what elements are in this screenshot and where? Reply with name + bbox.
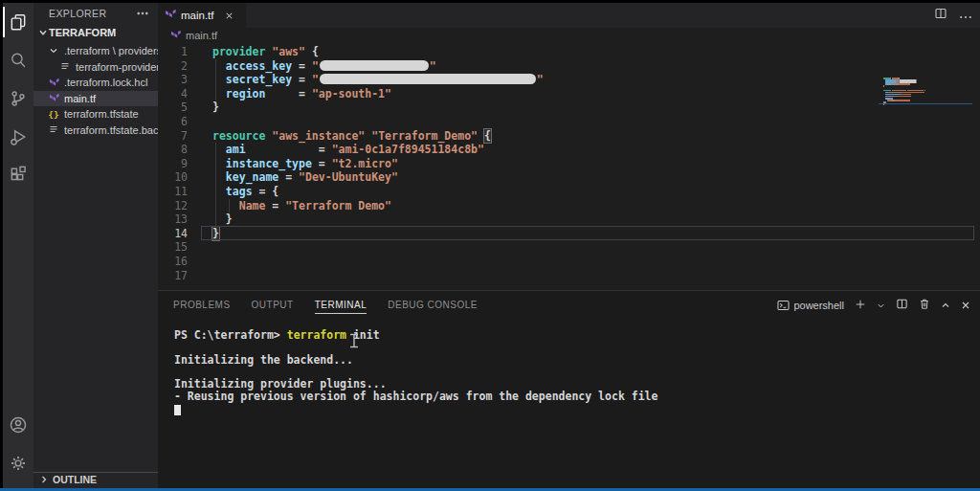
minimap-divider [879,103,972,104]
account-icon[interactable] [3,406,33,444]
minimap[interactable] [883,78,971,116]
line-number: 3 [158,73,188,87]
explorer-item-terraform-tfstate[interactable]: {}terraform.tfstate [33,106,158,123]
outline-section[interactable]: OUTLINE [33,472,158,486]
code-line-2[interactable]: 2 access_key = "" [158,59,980,74]
file-icon [47,124,60,135]
code-line-7[interactable]: 7resource "aws_instance" "Terraform_Demo… [158,129,980,144]
explorer-more-actions-icon[interactable] [137,8,148,19]
explorer-item-label: terraform.tfstate [64,108,139,120]
breadcrumb-item: main.tf [186,30,217,41]
split-terminal-icon[interactable] [896,297,908,314]
line-number: 12 [158,199,188,213]
panel-tab-terminal[interactable]: TERMINAL [315,296,368,316]
line-number: 4 [158,87,188,101]
breadcrumb[interactable]: main.tf [158,28,980,43]
terminal-output[interactable]: PS C:\terraform> terraform init Initiali… [158,321,980,488]
terminal-line: - Reusing previous version of hashicorp/… [174,391,980,403]
panel-tab-debug-console[interactable]: DEBUG CONSOLE [388,296,478,316]
explorer-item-terraform-provider-[interactable]: terraform-provider-... [33,59,158,76]
extensions-icon[interactable] [3,156,33,194]
shell-label: powershell [793,300,844,311]
line-number: 7 [158,129,188,144]
explorer-item-label: main.tf [64,93,96,104]
code-line-10[interactable]: 10 key_name = "Dev-UbuntuKey" [158,170,980,185]
launch-profile-chevron-icon[interactable] [877,297,885,314]
code-editor[interactable]: 1provider "aws" {2 access_key = ""3 secr… [158,43,980,290]
workbench: EXPLORER TERRAFORM .terraform \ provider… [3,3,980,488]
code-line-11[interactable]: 11 tags = { [158,185,980,199]
kill-terminal-trash-icon[interactable] [919,297,930,314]
activity-bar [3,3,33,488]
code-line-16[interactable]: 16 [158,255,980,269]
code-line-15[interactable]: 15 [158,240,980,255]
explorer-item--terraform-lock-hcl[interactable]: .terraform.lock.hcl [33,75,158,91]
code-line-5[interactable]: 5} [158,100,980,115]
code-line-13[interactable]: 13 } [158,212,980,227]
line-number: 1 [158,45,188,59]
explorer-file-list: .terraform \ providers...terraform-provi… [33,43,158,138]
split-editor-icon[interactable] [934,7,947,24]
chevron-down-icon [47,46,60,56]
workspace-folder-terraform[interactable]: TERRAFORM [33,24,158,41]
more-actions-icon[interactable] [959,7,972,24]
run-debug-icon[interactable] [3,118,33,156]
line-number: 6 [158,115,188,129]
editor-tab-bar: main.tf [158,3,980,28]
source-control-icon[interactable] [3,79,33,118]
sidebar-explorer: EXPLORER TERRAFORM .terraform \ provider… [33,3,158,488]
file-icon [58,61,72,72]
code-line-8[interactable]: 8 ami = "ami-0c1a7f89451184c8b" [158,143,980,157]
search-icon[interactable] [3,41,33,79]
explorer-item-label: .terraform.lock.hcl [64,77,147,88]
explorer-item-terraform-tfstate-back-[interactable]: terraform.tfstate.back... [33,123,158,139]
line-number: 9 [158,157,188,171]
code-line-17[interactable]: 17 [158,269,980,283]
code-line-9[interactable]: 9 instance_type = "t2.micro" [158,157,980,171]
line-number: 5 [158,100,188,115]
shell-selector[interactable]: powershell [777,300,844,311]
explorer-item--terraform-providers-[interactable]: .terraform \ providers... [33,43,158,59]
terraform-icon [47,78,60,88]
terraform-icon [47,93,60,103]
line-number: 10 [158,170,188,185]
close-icon[interactable] [224,11,234,21]
bottom-panel: PROBLEMSOUTPUTTERMINALDEBUG CONSOLE powe… [158,290,980,488]
explorer-item-main-tf[interactable]: main.tf [33,91,158,107]
tab-main-tf[interactable]: main.tf [158,3,246,28]
vscode-window: EXPLORER TERRAFORM .terraform \ provider… [0,0,980,491]
line-number: 2 [158,59,188,74]
line-number: 16 [158,255,188,269]
line-number: 17 [158,269,188,283]
line-number: 11 [158,185,188,199]
redacted-access-key [320,60,429,71]
line-number: 15 [158,240,188,255]
explorer-item-label: terraform.tfstate.back... [64,124,158,136]
terminal-cursor [174,405,181,415]
code-line-6[interactable]: 6 [158,115,980,129]
terminal-line: Initializing the backend... [174,354,980,367]
explorer-icon[interactable] [3,3,33,41]
panel-tab-problems[interactable]: PROBLEMS [173,296,231,316]
new-terminal-icon[interactable] [855,297,866,314]
explorer-item-label: terraform-provider-... [76,61,158,73]
terraform-icon [170,30,181,42]
line-number: 14 [158,227,188,241]
settings-gear-icon[interactable] [3,444,33,482]
code-line-1[interactable]: 1provider "aws" { [158,45,980,59]
panel-tabs: PROBLEMSOUTPUTTERMINALDEBUG CONSOLE [158,296,478,316]
workspace-folder-label: TERRAFORM [49,27,116,38]
panel-tab-output[interactable]: OUTPUT [252,296,294,316]
code-line-12[interactable]: 12 Name = "Terraform Demo" [158,199,980,213]
code-line-14[interactable]: 14} [158,227,980,241]
maximize-panel-chevron-icon[interactable] [941,297,950,314]
close-panel-icon[interactable] [961,297,970,314]
code-line-3[interactable]: 3 secret_key = "" [158,73,980,87]
explorer-item-label: .terraform \ providers... [64,45,158,56]
braces-icon: {} [47,109,60,120]
editor-region: main.tf main.tf [158,3,980,488]
line-number: 8 [158,143,188,157]
outline-label: OUTLINE [53,474,97,485]
code-line-4[interactable]: 4 region = "ap-south-1" [158,87,980,101]
tab-label: main.tf [181,10,214,21]
